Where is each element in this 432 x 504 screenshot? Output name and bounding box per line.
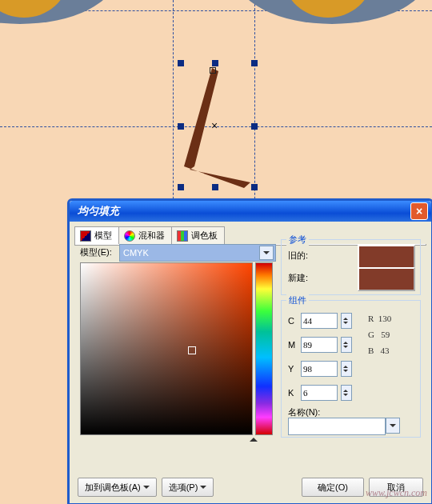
b-value: 43: [381, 346, 390, 355]
old-color-swatch: [358, 245, 415, 269]
selection-handle[interactable]: [212, 60, 218, 66]
tab-mixer[interactable]: 混和器: [118, 226, 172, 244]
y-input[interactable]: [301, 361, 338, 377]
y-spinner[interactable]: [341, 361, 352, 377]
hue-marker[interactable]: [250, 434, 258, 442]
path-node[interactable]: [210, 67, 216, 74]
chevron-down-icon: [263, 251, 270, 258]
color-name-input[interactable]: [288, 418, 386, 435]
r-label: R: [368, 314, 374, 323]
dialog-title: 均匀填充: [78, 204, 119, 218]
old-label: 旧的:: [288, 250, 308, 262]
illustration-eye-left: [0, 0, 120, 72]
reference-group: 参考 旧的: 新建:: [281, 239, 421, 295]
picker-cursor[interactable]: [188, 346, 196, 354]
tab-label: 混和器: [138, 230, 165, 242]
options-button[interactable]: 选项(P): [162, 478, 214, 497]
new-label: 新建:: [288, 272, 308, 284]
m-label: M: [288, 340, 298, 350]
hue-slider[interactable]: [255, 262, 273, 435]
k-label: K: [288, 388, 298, 398]
m-spinner[interactable]: [341, 337, 352, 353]
c-input[interactable]: [301, 313, 338, 329]
chevron-down-icon: [200, 486, 206, 492]
close-icon: ×: [416, 206, 422, 217]
watermark: www.jcwcn.com: [366, 487, 427, 499]
chevron-down-icon: [390, 424, 396, 430]
c-label: C: [288, 316, 298, 326]
selection-handle[interactable]: [251, 60, 258, 66]
model-tab-icon: [80, 230, 91, 242]
components-group: 组件 C M Y K R 130 G 59 B 43 名称(N):: [281, 300, 421, 438]
palette-tab-icon: [177, 230, 188, 242]
k-input[interactable]: [301, 385, 338, 401]
y-label: Y: [288, 364, 298, 374]
selection-handle[interactable]: [251, 123, 258, 130]
model-label: 模型(E):: [80, 246, 112, 258]
close-button[interactable]: ×: [410, 202, 428, 220]
mixer-tab-icon: [124, 230, 135, 242]
tab-model[interactable]: 模型: [74, 226, 119, 244]
dialog-titlebar[interactable]: 均匀填充 ×: [70, 201, 431, 222]
model-dropdown[interactable]: CMYK: [119, 244, 276, 262]
model-value: CMYK: [123, 248, 149, 258]
b-label: B: [368, 346, 374, 355]
k-spinner[interactable]: [341, 385, 352, 401]
g-label: G: [368, 330, 374, 339]
new-color-swatch: [358, 267, 415, 291]
add-to-palette-button[interactable]: 加到调色板(A): [78, 478, 157, 497]
center-marker: ×: [211, 120, 218, 131]
c-spinner[interactable]: [341, 313, 352, 329]
illustration-eye-right: [232, 0, 432, 72]
chevron-down-icon: [143, 486, 150, 492]
g-value: 59: [381, 330, 390, 339]
name-label: 名称(N):: [288, 406, 320, 418]
selection-handle[interactable]: [251, 184, 258, 190]
tab-label: 模型: [94, 230, 112, 242]
tab-palette[interactable]: 调色板: [171, 226, 225, 244]
selection-handle[interactable]: [178, 184, 184, 190]
uniform-fill-dialog: 均匀填充 × 模型 混和器 调色板 模型(E): CMYK 参考 旧的: 新建:…: [67, 198, 432, 504]
reference-legend: 参考: [286, 234, 309, 246]
r-value: 130: [378, 314, 392, 323]
dropdown-button[interactable]: [259, 246, 274, 260]
m-input[interactable]: [301, 337, 338, 353]
selection-handle[interactable]: [178, 123, 184, 130]
components-legend: 组件: [286, 294, 309, 306]
selected-nose-shape[interactable]: [180, 64, 260, 192]
ok-button[interactable]: 确定(O): [302, 478, 364, 497]
selection-handle[interactable]: [178, 60, 184, 66]
selection-handle[interactable]: [212, 184, 218, 190]
color-picker-area[interactable]: [80, 262, 253, 435]
tab-label: 调色板: [191, 230, 218, 242]
color-name-dropdown[interactable]: [386, 418, 400, 434]
